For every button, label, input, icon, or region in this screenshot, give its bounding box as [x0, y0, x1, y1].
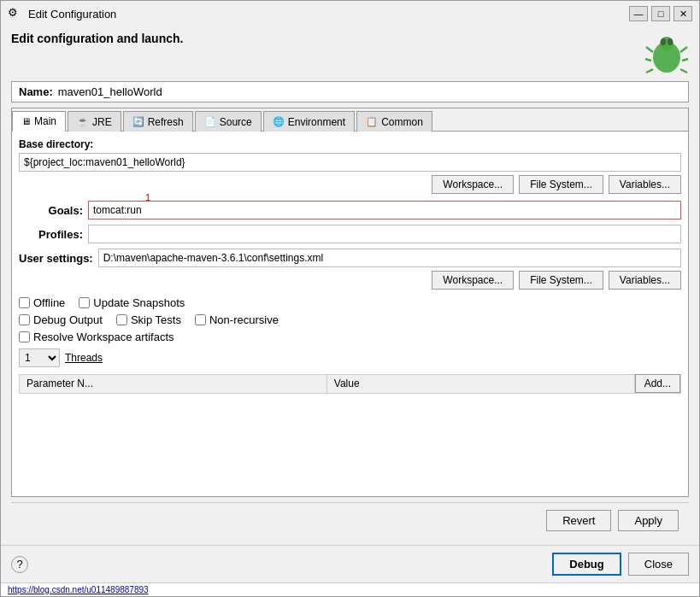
header-section: Edit configuration and launch. — [11, 32, 689, 76]
svg-point-8 — [661, 38, 666, 45]
offline-checkbox-item[interactable]: Offline — [19, 296, 65, 309]
tab-refresh[interactable]: 🔄 Refresh — [123, 111, 193, 132]
update-snapshots-checkbox[interactable] — [79, 297, 90, 308]
footer-right: Debug Close — [552, 553, 689, 576]
base-dir-btn-row: Workspace... File System... Variables... — [19, 175, 681, 194]
table-col-param: Parameter N... — [20, 375, 327, 393]
threads-row: 1 2 4 Threads — [19, 348, 681, 367]
svg-line-5 — [682, 59, 688, 61]
file-system-button-1[interactable]: File System... — [519, 175, 603, 194]
profiles-input[interactable] — [88, 225, 681, 243]
tab-main[interactable]: 🖥 Main — [12, 111, 66, 132]
svg-line-3 — [680, 47, 687, 52]
common-tab-icon: 📋 — [366, 116, 378, 127]
name-label: Name: — [19, 85, 53, 98]
update-snapshots-checkbox-item[interactable]: Update Snapshots — [79, 296, 185, 309]
main-tab-content: Base directory: Workspace... File System… — [12, 132, 688, 496]
name-row: Name: — [11, 81, 689, 102]
svg-point-9 — [668, 38, 673, 45]
parameters-table: Parameter N... Value Add... — [19, 374, 681, 394]
revert-button[interactable]: Revert — [546, 510, 611, 531]
tab-common[interactable]: 📋 Common — [356, 111, 432, 132]
offline-checkbox[interactable] — [19, 297, 30, 308]
profiles-section: Profiles: — [19, 225, 681, 243]
offline-label: Offline — [33, 296, 65, 309]
table-col-value: Value — [327, 375, 635, 393]
footer-left: ? — [11, 556, 28, 573]
non-recursive-checkbox-item[interactable]: Non-recursive — [195, 313, 279, 326]
debug-output-checkbox[interactable] — [19, 314, 30, 325]
resolve-workspace-label: Resolve Workspace artifacts — [33, 331, 174, 343]
goals-label: Goals: — [19, 204, 83, 217]
user-settings-section: User settings: — [19, 249, 681, 267]
checkbox-row-2: Debug Output Skip Tests Non-recursive — [19, 313, 681, 326]
non-recursive-label: Non-recursive — [209, 313, 279, 326]
svg-line-6 — [646, 69, 653, 73]
skip-tests-label: Skip Tests — [131, 313, 181, 326]
name-input[interactable] — [58, 85, 681, 98]
tab-environment-label: Environment — [288, 116, 345, 128]
debug-output-checkbox-item[interactable]: Debug Output — [19, 313, 103, 326]
window-icon: ⚙ — [8, 6, 23, 21]
footer-bar: ? Debug Close — [1, 545, 699, 582]
goals-input[interactable] — [88, 201, 681, 219]
window-title: Edit Configuration — [28, 8, 116, 20]
add-parameter-button[interactable]: Add... — [635, 374, 680, 393]
bug-icon — [644, 32, 689, 76]
tab-refresh-label: Refresh — [148, 116, 184, 128]
variables-button-1[interactable]: Variables... — [609, 175, 681, 194]
skip-tests-checkbox-item[interactable]: Skip Tests — [116, 313, 181, 326]
goals-badge: 1 — [145, 192, 150, 202]
source-tab-icon: 📄 — [204, 116, 216, 127]
help-button[interactable]: ? — [11, 556, 28, 573]
checkbox-row-1: Offline Update Snapshots — [19, 296, 681, 309]
non-recursive-checkbox[interactable] — [195, 314, 206, 325]
close-button[interactable]: ✕ — [674, 6, 692, 21]
bottom-bar: Revert Apply — [11, 502, 689, 538]
maximize-button[interactable]: □ — [651, 6, 670, 21]
tab-jre[interactable]: ☕ JRE — [68, 111, 121, 132]
environment-tab-icon: 🌐 — [273, 116, 285, 127]
checkbox-row-3: Resolve Workspace artifacts — [19, 331, 681, 343]
edit-configuration-window: ⚙ Edit Configuration — □ ✕ Edit configur… — [0, 0, 700, 597]
variables-button-2[interactable]: Variables... — [609, 271, 681, 290]
threads-label: Threads — [65, 352, 103, 364]
tab-source[interactable]: 📄 Source — [195, 111, 262, 132]
resolve-workspace-checkbox-item[interactable]: Resolve Workspace artifacts — [19, 331, 174, 343]
minimize-button[interactable]: — — [629, 6, 648, 21]
tab-environment[interactable]: 🌐 Environment — [263, 111, 355, 132]
update-snapshots-label: Update Snapshots — [93, 296, 185, 309]
base-directory-input[interactable] — [19, 153, 681, 172]
close-dialog-button[interactable]: Close — [628, 553, 689, 576]
workspace-button-2[interactable]: Workspace... — [432, 271, 514, 290]
jre-tab-icon: ☕ — [77, 116, 89, 127]
main-tab-icon: 🖥 — [21, 116, 31, 126]
file-system-button-2[interactable]: File System... — [519, 271, 603, 290]
profiles-label: Profiles: — [19, 228, 83, 241]
threads-select[interactable]: 1 2 4 — [19, 348, 60, 367]
svg-line-4 — [645, 59, 651, 61]
base-directory-label: Base directory: — [19, 138, 681, 150]
tab-common-label: Common — [381, 116, 423, 128]
user-settings-label: User settings: — [19, 252, 93, 265]
page-title: Edit configuration and launch. — [11, 32, 183, 45]
apply-button[interactable]: Apply — [618, 510, 679, 531]
debug-button[interactable]: Debug — [552, 553, 621, 576]
skip-tests-checkbox[interactable] — [116, 314, 127, 325]
checkboxes-section: Offline Update Snapshots Debug Output — [19, 296, 681, 343]
title-bar: ⚙ Edit Configuration — □ ✕ — [1, 1, 699, 25]
tab-jre-label: JRE — [92, 116, 112, 128]
title-bar-left: ⚙ Edit Configuration — [8, 6, 116, 21]
tabs-bar: 🖥 Main ☕ JRE 🔄 Refresh 📄 Source 🌐 — [12, 108, 688, 132]
main-panel: 🖥 Main ☕ JRE 🔄 Refresh 📄 Source 🌐 — [11, 108, 689, 497]
url-bar: https://blog.csdn.net/u011489887893 — [1, 582, 699, 596]
tab-source-label: Source — [220, 116, 252, 128]
svg-line-7 — [680, 69, 687, 73]
debug-output-label: Debug Output — [33, 313, 103, 326]
user-settings-input[interactable] — [98, 249, 681, 267]
svg-line-2 — [646, 47, 653, 52]
workspace-button-1[interactable]: Workspace... — [432, 175, 514, 194]
table-header-row: Parameter N... Value Add... — [20, 375, 680, 393]
resolve-workspace-checkbox[interactable] — [19, 331, 30, 342]
refresh-tab-icon: 🔄 — [132, 116, 144, 127]
